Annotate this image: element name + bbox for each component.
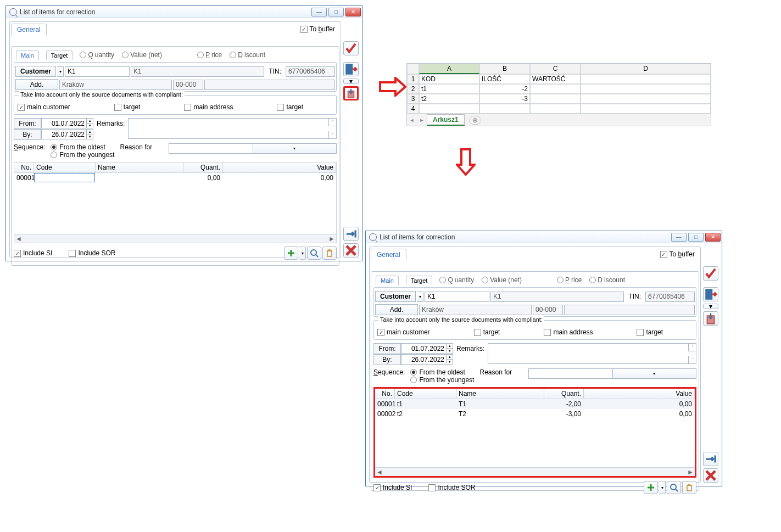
add-sheet-button[interactable]: ⊕ — [469, 116, 481, 125]
radio-discount[interactable]: Discount — [589, 276, 625, 284]
zoom-button[interactable] — [307, 247, 321, 260]
chk-include-si[interactable]: Include SI — [14, 249, 52, 257]
close-button[interactable]: ✕ — [345, 8, 361, 16]
chk-target-1[interactable]: target — [474, 328, 500, 336]
radio-from-oldest[interactable]: From the oldest — [51, 143, 114, 151]
col-B[interactable]: B — [479, 64, 530, 74]
customer-dropdown[interactable]: ▾ — [417, 292, 423, 302]
add-dropdown[interactable]: ▾ — [299, 247, 306, 260]
col-value[interactable]: Value — [223, 163, 336, 172]
col-D[interactable]: D — [581, 64, 711, 74]
pull-button[interactable] — [343, 227, 359, 241]
reason-combo[interactable]: ▾ — [169, 143, 337, 154]
col-quant[interactable]: Quant. — [183, 163, 223, 172]
remarks-textarea[interactable]: ˄ ˅ — [128, 118, 337, 139]
apply-button[interactable] — [703, 266, 718, 281]
to-buffer-checkbox[interactable]: To buffer — [660, 250, 695, 258]
chk-main-address[interactable]: main address — [544, 328, 593, 336]
maximize-button[interactable]: □ — [688, 233, 704, 242]
col-A[interactable]: A — [419, 64, 479, 74]
customer-code-input[interactable]: K1 — [425, 292, 489, 302]
to-buffer-checkbox[interactable]: To buffer — [300, 25, 336, 33]
export-button[interactable] — [343, 62, 359, 76]
remarks-scroll-up[interactable]: ˄ — [328, 119, 336, 126]
items-grid[interactable]: No. Code Name Quant. Value 00001t1T1-2,0… — [373, 387, 696, 478]
delete-button[interactable] — [322, 247, 337, 260]
chk-main-address[interactable]: main address — [184, 103, 233, 111]
col-name[interactable]: Name — [96, 163, 183, 172]
minimize-button[interactable]: — — [671, 233, 687, 242]
chk-include-sor[interactable]: Include SOR — [428, 484, 475, 491]
by-date-input[interactable]: 26.07.2022▴▾ — [401, 354, 453, 365]
tab-target[interactable]: Target — [46, 51, 73, 60]
import-button[interactable] — [343, 86, 359, 100]
sheet-nav-first[interactable]: ◄ — [407, 117, 417, 123]
customer-button[interactable]: Customer — [15, 66, 56, 77]
excel-row[interactable]: 1KODILOŚĆWARTOŚĆ — [407, 74, 711, 84]
chk-main-customer[interactable]: main customer — [18, 103, 70, 111]
chk-target-2[interactable]: target — [277, 103, 303, 111]
add-dropdown[interactable]: ▾ — [659, 481, 666, 494]
radio-value-net[interactable]: Value (net) — [482, 276, 522, 284]
zoom-button[interactable] — [667, 481, 681, 494]
delete-button[interactable] — [682, 481, 696, 494]
tab-main[interactable]: Main — [16, 51, 39, 60]
sheet-tab[interactable]: Arkusz1 — [427, 114, 465, 126]
export-dropdown[interactable]: ▾ — [703, 304, 718, 309]
radio-quantity[interactable]: Quantity — [80, 51, 114, 59]
table-row[interactable]: 00001 0,00 0,00 — [14, 173, 336, 183]
cancel-button[interactable] — [703, 468, 718, 483]
from-date-input[interactable]: 01.07.2022▴▾ — [401, 343, 453, 354]
tab-main[interactable]: Main — [376, 276, 399, 285]
table-row[interactable]: 00001t1T1-2,000,00 — [375, 399, 695, 409]
excel-row[interactable]: 3t2-3 — [407, 94, 711, 104]
chk-include-si[interactable]: Include SI — [373, 484, 412, 491]
horizontal-scrollbar[interactable]: ◄► — [14, 234, 336, 243]
col-C[interactable]: C — [530, 64, 581, 74]
export-button[interactable] — [703, 287, 718, 301]
radio-from-youngest[interactable]: From the youngest — [410, 376, 474, 384]
tab-general[interactable]: General — [371, 249, 406, 261]
chk-target-1[interactable]: target — [114, 103, 141, 111]
code-edit-cell[interactable] — [34, 173, 95, 182]
address-button[interactable]: Add. — [15, 79, 58, 90]
tab-target[interactable]: Target — [406, 276, 433, 285]
table-row[interactable]: 00002t2T2-3,000,00 — [375, 409, 695, 419]
apply-button[interactable] — [343, 41, 359, 55]
reason-combo[interactable]: ▾ — [528, 368, 696, 379]
from-date-input[interactable]: 01.07.2022▴▾ — [41, 118, 93, 128]
minimize-button[interactable]: — — [311, 8, 327, 16]
address-button[interactable]: Add. — [375, 304, 418, 315]
radio-from-oldest[interactable]: From the oldest — [410, 368, 474, 376]
customer-code-input[interactable]: K1 — [65, 66, 130, 77]
customer-dropdown[interactable]: ▾ — [57, 66, 64, 77]
add-button[interactable] — [644, 481, 658, 494]
chk-main-customer[interactable]: main customer — [377, 328, 430, 336]
remarks-scroll-down[interactable]: ˅ — [328, 131, 336, 138]
excel-row[interactable]: 2t1-2 — [407, 84, 711, 94]
horizontal-scrollbar[interactable]: ◄► — [375, 467, 695, 476]
pull-button[interactable] — [703, 452, 718, 466]
remarks-textarea[interactable]: ˄ ˅ — [488, 343, 696, 364]
radio-value-net[interactable]: Value (net) — [122, 51, 162, 59]
chk-target-2[interactable]: target — [637, 328, 663, 336]
col-code[interactable]: Code — [34, 163, 96, 172]
items-grid[interactable]: No. Code Name Quant. Value 00001 0,00 0,… — [14, 162, 337, 243]
radio-quantity[interactable]: Quantity — [439, 276, 474, 284]
export-dropdown[interactable]: ▾ — [343, 79, 359, 84]
maximize-button[interactable]: □ — [328, 8, 344, 16]
customer-button[interactable]: Customer — [375, 291, 416, 302]
close-button[interactable]: ✕ — [705, 233, 721, 242]
chk-include-sor[interactable]: Include SOR — [69, 249, 115, 257]
sheet-nav-prev[interactable]: ► — [417, 117, 427, 123]
select-all-cell[interactable] — [407, 64, 419, 74]
radio-discount[interactable]: Discount — [230, 51, 265, 59]
col-no[interactable]: No. — [14, 163, 34, 172]
radio-price[interactable]: Price — [557, 276, 582, 284]
import-button[interactable] — [703, 311, 718, 326]
add-button[interactable] — [284, 247, 298, 260]
radio-price[interactable]: Price — [197, 51, 222, 59]
excel-row[interactable]: 4 — [407, 104, 711, 114]
by-date-input[interactable]: 26.07.2022▴▾ — [41, 129, 93, 139]
tab-general[interactable]: General — [11, 24, 47, 36]
